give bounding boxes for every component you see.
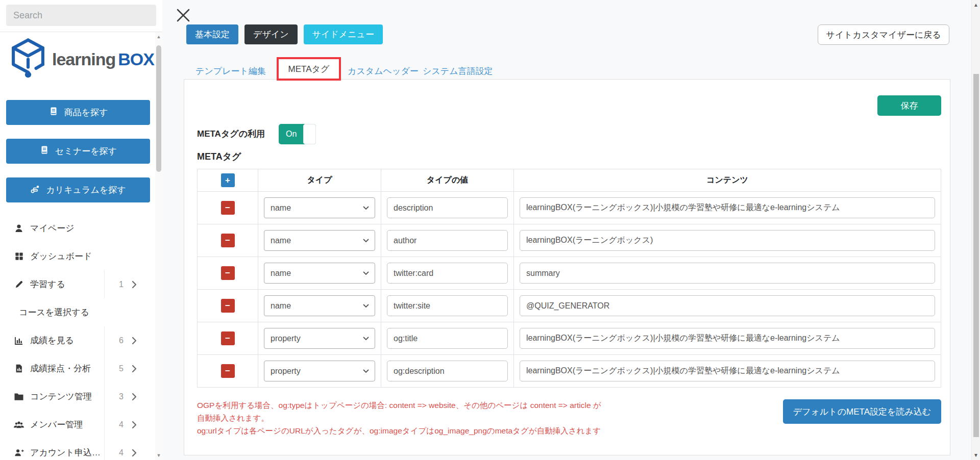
sidebar-item-learn[interactable]: 学習する 1 bbox=[0, 270, 154, 298]
remove-row-button[interactable]: − bbox=[221, 234, 235, 247]
type-select[interactable]: property bbox=[264, 361, 375, 381]
scroll-down-icon[interactable]: ▼ bbox=[155, 453, 162, 458]
sidebar-item-member-management[interactable]: メンバー管理 4 bbox=[0, 411, 154, 439]
item-count: 4 bbox=[104, 411, 124, 439]
plus-icon: + bbox=[225, 175, 230, 185]
find-seminars-button[interactable]: セミナーを探す bbox=[6, 139, 150, 164]
minus-icon: − bbox=[225, 366, 230, 376]
remove-row-button[interactable]: − bbox=[221, 331, 235, 345]
column-header-type: タイプ bbox=[258, 169, 381, 192]
content-input[interactable] bbox=[520, 197, 935, 218]
tab-basic-settings[interactable]: 基本設定 bbox=[186, 24, 238, 44]
content-input[interactable] bbox=[520, 263, 935, 284]
meta-tag-toggle[interactable]: On bbox=[279, 124, 316, 144]
chevron-right-icon[interactable] bbox=[132, 337, 137, 347]
back-to-site-customizer-button[interactable]: サイトカスタマイザーに戻る bbox=[818, 24, 949, 45]
subtab-system-language[interactable]: システム言語設定 bbox=[423, 65, 493, 77]
add-row-button[interactable]: + bbox=[221, 173, 235, 187]
sidebar-item-account-application[interactable]: アカウント申込… 4 bbox=[0, 439, 154, 460]
meta-tag-usage-label: METAタグの利用 bbox=[197, 124, 265, 144]
table-header-row: + タイプ タイプの値 コンテンツ bbox=[198, 169, 941, 192]
sidebar-item-label: コースを選択する bbox=[19, 306, 89, 318]
sidebar-item-label: メンバー管理 bbox=[30, 419, 83, 430]
type-select[interactable]: name bbox=[264, 263, 375, 284]
type-value-input[interactable] bbox=[387, 263, 508, 284]
subtab-template-edit[interactable]: テンプレート編集 bbox=[195, 65, 266, 77]
chevron-right-icon[interactable] bbox=[132, 449, 137, 459]
scroll-up-icon[interactable]: ▲ bbox=[155, 34, 162, 39]
type-select-value: name bbox=[271, 301, 291, 310]
chevron-down-icon bbox=[363, 369, 369, 373]
file-chart-icon bbox=[13, 364, 24, 373]
sidebar-item-label: 学習する bbox=[30, 278, 65, 290]
scroll-up-icon[interactable]: ▲ bbox=[972, 2, 980, 8]
toggle-state-label: On bbox=[286, 124, 297, 144]
tab-side-menu[interactable]: サイドメニュー bbox=[304, 24, 383, 44]
pencil-icon bbox=[13, 279, 24, 289]
chevron-right-icon[interactable] bbox=[132, 393, 137, 403]
scroll-down-icon[interactable]: ▼ bbox=[972, 452, 980, 458]
load-default-meta-button[interactable]: デフォルトのMETA設定を読み込む bbox=[783, 399, 941, 424]
sidebar-scrollbar[interactable]: ▲ ▼ bbox=[155, 32, 162, 460]
content-input[interactable] bbox=[520, 295, 935, 316]
item-count: 5 bbox=[104, 354, 124, 382]
chevron-right-icon[interactable] bbox=[132, 280, 137, 291]
sidebar-item-select-course[interactable]: コースを選択する bbox=[0, 298, 154, 326]
subtab-meta-tag[interactable]: METAタグ bbox=[288, 63, 330, 75]
content-input[interactable] bbox=[520, 361, 935, 381]
find-curriculum-button[interactable]: カリキュラムを探す bbox=[6, 177, 150, 202]
subtab-custom-header[interactable]: カスタムヘッダー bbox=[348, 65, 419, 77]
remove-row-button[interactable]: − bbox=[221, 364, 235, 378]
find-curriculum-label: カリキュラムを探す bbox=[46, 184, 126, 196]
sidebar-item-mypage[interactable]: マイページ bbox=[0, 214, 154, 242]
type-value-input[interactable] bbox=[387, 295, 508, 316]
find-products-label: 商品を探す bbox=[64, 107, 108, 118]
sidebar-item-dashboard[interactable]: ダッシュボード bbox=[0, 242, 154, 270]
find-products-button[interactable]: 商品を探す bbox=[6, 100, 150, 125]
minus-icon: − bbox=[225, 236, 230, 245]
sidebar-item-label: 成績を見る bbox=[30, 335, 74, 346]
route-icon bbox=[30, 184, 40, 196]
search-input[interactable] bbox=[6, 5, 156, 26]
content-input[interactable] bbox=[520, 230, 935, 251]
sidebar: learningBOX 商品を探す bbox=[0, 0, 162, 460]
type-value-input[interactable] bbox=[387, 197, 508, 218]
chevron-right-icon[interactable] bbox=[132, 421, 137, 431]
page-scrollbar-thumb[interactable] bbox=[973, 74, 979, 437]
sidebar-item-view-grades[interactable]: 成績を見る 6 bbox=[0, 326, 154, 354]
table-row: − property bbox=[198, 322, 941, 355]
remove-row-button[interactable]: − bbox=[221, 299, 235, 313]
grid-icon bbox=[13, 251, 24, 261]
sidebar-item-grading-analysis[interactable]: 成績採点・分析 5 bbox=[0, 354, 154, 382]
type-select-value: name bbox=[271, 269, 291, 277]
logo-text-box: BOX bbox=[118, 49, 154, 69]
type-value-input[interactable] bbox=[387, 361, 508, 381]
type-select[interactable]: name bbox=[264, 197, 375, 218]
close-button[interactable] bbox=[175, 7, 192, 26]
type-select-value: property bbox=[271, 367, 301, 375]
user-plus-icon bbox=[13, 448, 24, 457]
cube-logo-icon bbox=[10, 38, 46, 81]
type-value-input[interactable] bbox=[387, 230, 508, 251]
type-select[interactable]: name bbox=[264, 230, 375, 251]
sidebar-item-label: アカウント申込… bbox=[30, 447, 101, 458]
user-icon bbox=[13, 223, 24, 234]
type-value-input[interactable] bbox=[387, 328, 508, 349]
sidebar-item-content-management[interactable]: コンテンツ管理 3 bbox=[0, 382, 154, 411]
learningbox-logo[interactable]: learningBOX bbox=[10, 38, 154, 81]
tab-design[interactable]: デザイン bbox=[244, 24, 298, 44]
remove-row-button[interactable]: − bbox=[221, 201, 235, 215]
minus-icon: − bbox=[225, 301, 230, 311]
settings-tab-bar: 基本設定 デザイン サイドメニュー bbox=[186, 24, 383, 44]
book-icon bbox=[39, 145, 50, 158]
logo-text-learning: learning bbox=[52, 49, 115, 69]
type-select[interactable]: name bbox=[264, 295, 375, 316]
remove-row-button[interactable]: − bbox=[221, 266, 235, 280]
chevron-right-icon[interactable] bbox=[132, 365, 137, 375]
save-button[interactable]: 保存 bbox=[877, 95, 941, 116]
page-scrollbar[interactable]: ▲ ▼ bbox=[971, 0, 980, 460]
sidebar-scrollbar-thumb[interactable] bbox=[156, 45, 161, 172]
minus-icon: − bbox=[225, 334, 230, 343]
content-input[interactable] bbox=[520, 328, 935, 349]
type-select[interactable]: property bbox=[264, 328, 375, 349]
